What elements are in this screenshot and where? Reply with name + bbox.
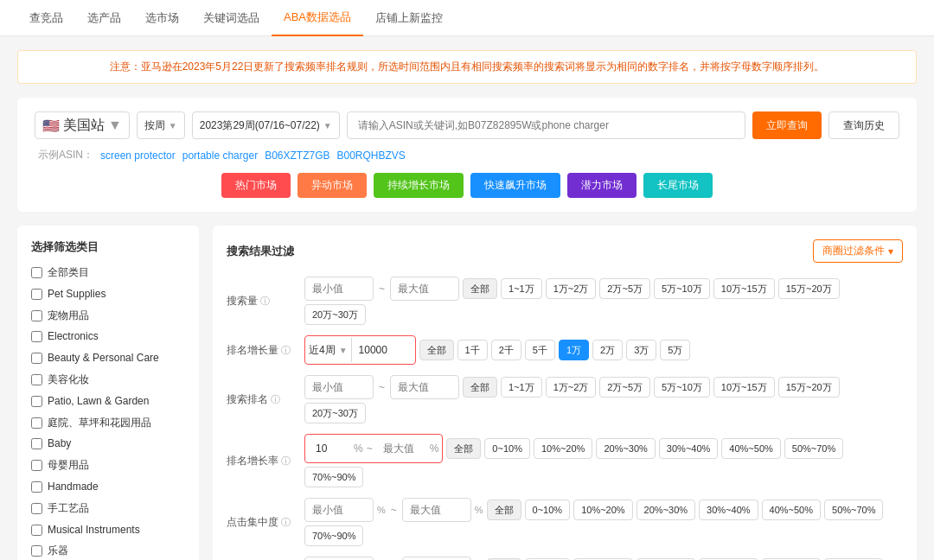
search-rank-tag-2[interactable]: 2万~5万: [599, 377, 650, 398]
checkbox-baby[interactable]: [31, 438, 42, 449]
rank-growth-rate-min[interactable]: [309, 436, 352, 461]
sidebar-item-electronics[interactable]: Electronics: [31, 329, 185, 344]
click-concentration-all-tag[interactable]: 全部: [487, 500, 521, 520]
search-volume-min[interactable]: [304, 277, 374, 301]
sidebar-item-pet[interactable]: Pet Supplies: [31, 287, 185, 302]
rank-growth-tag-5[interactable]: 3万: [626, 340, 656, 360]
rank-growth-tag-2[interactable]: 5千: [525, 340, 555, 360]
click-concentration-tag-6[interactable]: 70%~90%: [304, 525, 363, 546]
click-concentration-tag-1[interactable]: 10%~20%: [573, 500, 632, 520]
rank-growth-rate-max[interactable]: [376, 436, 428, 461]
checkbox-pet-cn[interactable]: [31, 310, 42, 321]
search-rank-tag-1[interactable]: 1万~2万: [546, 377, 597, 398]
history-button[interactable]: 查询历史: [828, 111, 899, 139]
search-volume-all-tag[interactable]: 全部: [463, 278, 497, 299]
market-btn-5[interactable]: 长尾市场: [643, 173, 713, 198]
sample-tag-2[interactable]: B06XZTZ7GB: [265, 150, 329, 162]
rank-growth-rate-tag-1[interactable]: 10%~20%: [534, 438, 592, 459]
search-button[interactable]: 立即查询: [752, 111, 822, 139]
search-rank-tag-3[interactable]: 5万~10万: [654, 377, 710, 398]
nav-item-xuanshichang[interactable]: 选市场: [133, 0, 191, 36]
checkbox-handmade-cn[interactable]: [31, 503, 42, 514]
sample-tag-0[interactable]: screen protector: [100, 150, 176, 162]
sidebar-item-all[interactable]: 全部类目: [31, 265, 185, 280]
sample-tag-1[interactable]: portable charger: [182, 150, 258, 162]
conversion-share-max[interactable]: [402, 557, 471, 560]
sidebar-item-pet-cn[interactable]: 宠物用品: [31, 309, 185, 323]
rank-growth-rate-tag-4[interactable]: 40%~50%: [721, 438, 780, 459]
info-icon-rank-growth[interactable]: ⓘ: [281, 344, 291, 357]
search-volume-tag-2[interactable]: 2万~5万: [599, 278, 650, 299]
market-btn-0[interactable]: 热门市场: [221, 173, 291, 198]
checkbox-musical[interactable]: [31, 525, 42, 536]
checkbox-musical-cn[interactable]: [31, 545, 42, 557]
rank-growth-tag-0[interactable]: 1千: [457, 340, 488, 360]
checkbox-electronics[interactable]: [31, 331, 42, 342]
info-icon-rank-growth-rate[interactable]: ⓘ: [281, 455, 291, 468]
search-rank-min[interactable]: [304, 375, 374, 399]
search-volume-tag-1[interactable]: 1万~2万: [546, 278, 597, 299]
market-btn-3[interactable]: 快速飙升市场: [470, 173, 560, 198]
rank-growth-rate-tag-0[interactable]: 0~10%: [484, 438, 530, 459]
rank-growth-rate-tag-5[interactable]: 50%~70%: [784, 438, 843, 459]
info-icon-search-volume[interactable]: ⓘ: [260, 295, 270, 308]
checkbox-patio[interactable]: [31, 396, 42, 407]
click-concentration-max[interactable]: [402, 498, 471, 522]
period-type-select[interactable]: 按周 ▼: [137, 111, 185, 139]
rank-growth-value-input[interactable]: [351, 338, 412, 362]
search-rank-all-tag[interactable]: 全部: [463, 377, 497, 398]
click-concentration-tag-2[interactable]: 20%~30%: [637, 500, 695, 520]
info-icon-search-rank[interactable]: ⓘ: [271, 393, 280, 406]
rank-growth-tag-4[interactable]: 2万: [592, 340, 623, 360]
sidebar-item-baby[interactable]: Baby: [31, 436, 185, 451]
search-input[interactable]: [347, 111, 745, 139]
market-btn-4[interactable]: 潜力市场: [567, 173, 637, 198]
nav-item-xuanchanpin[interactable]: 选产品: [75, 0, 133, 36]
search-rank-tag-0[interactable]: 1~1万: [501, 377, 542, 398]
market-btn-2[interactable]: 持续增长市场: [374, 173, 464, 198]
checkbox-all[interactable]: [31, 267, 42, 278]
sidebar-item-handmade[interactable]: Handmade: [31, 480, 185, 494]
search-volume-max[interactable]: [390, 277, 459, 301]
search-rank-tag-4[interactable]: 10万~15万: [713, 377, 775, 398]
checkbox-pet[interactable]: [31, 289, 42, 300]
rank-growth-tag-1[interactable]: 2千: [491, 340, 521, 360]
search-rank-max[interactable]: [390, 375, 459, 399]
click-concentration-tag-4[interactable]: 40%~50%: [762, 500, 821, 520]
info-icon-click-concentration[interactable]: ⓘ: [281, 516, 291, 529]
click-concentration-tag-5[interactable]: 50%~70%: [824, 500, 883, 520]
rank-growth-tag-3[interactable]: 1万: [559, 340, 589, 360]
region-select[interactable]: 🇺🇸 美国站 ▼: [35, 111, 130, 139]
rank-growth-rate-tag-2[interactable]: 20%~30%: [596, 438, 655, 459]
checkbox-beauty[interactable]: [31, 353, 42, 364]
sidebar-item-baby-cn[interactable]: 母婴用品: [31, 458, 185, 473]
sample-tag-3[interactable]: B00RQHBZVS: [336, 150, 405, 162]
period-select[interactable]: 2023第29周(07/16~07/22) ▼: [192, 111, 340, 139]
search-volume-tag-0[interactable]: 1~1万: [501, 278, 542, 299]
search-volume-tag-3[interactable]: 5万~10万: [654, 278, 710, 299]
search-rank-tag-6[interactable]: 20万~30万: [304, 403, 366, 423]
nav-item-monitor[interactable]: 店铺上新监控: [363, 0, 455, 36]
rank-growth-rate-tag-3[interactable]: 30%~40%: [659, 438, 718, 459]
rank-growth-rate-tag-6[interactable]: 70%~90%: [304, 467, 363, 487]
sidebar-item-musical[interactable]: Musical Instruments: [31, 523, 185, 538]
nav-item-chaijingpin[interactable]: 查竞品: [17, 0, 75, 36]
sidebar-item-beauty[interactable]: Beauty & Personal Care: [31, 351, 185, 366]
rank-growth-tag-6[interactable]: 5万: [660, 340, 690, 360]
checkbox-baby-cn[interactable]: [31, 460, 42, 471]
rank-growth-period-select[interactable]: 近4周 ▼: [309, 338, 348, 362]
filter-condition-btn[interactable]: 商圈过滤条件 ▾: [813, 239, 903, 263]
rank-growth-all-tag[interactable]: 全部: [419, 340, 454, 360]
checkbox-beauty-cn[interactable]: [31, 374, 42, 385]
search-volume-tag-6[interactable]: 20万~30万: [304, 304, 366, 325]
rank-growth-rate-all-tag[interactable]: 全部: [446, 438, 481, 459]
sidebar-item-beauty-cn[interactable]: 美容化妆: [31, 372, 185, 387]
checkbox-patio-cn[interactable]: [31, 417, 42, 429]
nav-item-aba[interactable]: ABA数据选品: [272, 0, 363, 36]
search-volume-tag-4[interactable]: 10万~15万: [713, 278, 775, 299]
sidebar-item-musical-cn[interactable]: 乐器: [31, 544, 185, 558]
click-concentration-tag-3[interactable]: 30%~40%: [699, 500, 758, 520]
nav-item-keywords[interactable]: 关键词选品: [191, 0, 272, 36]
sidebar-item-patio-cn[interactable]: 庭院、草坪和花园用品: [31, 416, 185, 430]
checkbox-handmade[interactable]: [31, 481, 42, 493]
